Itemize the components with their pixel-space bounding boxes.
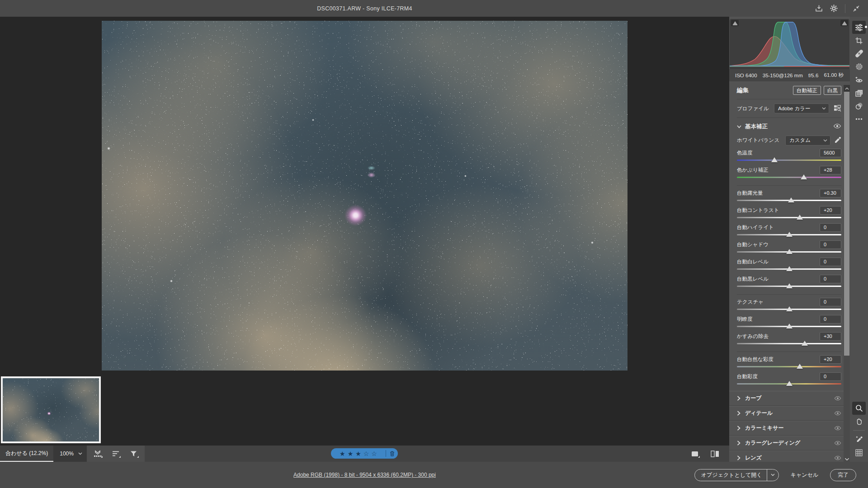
slider-value-input[interactable]: 0 xyxy=(820,372,841,381)
star-filled-icon[interactable]: ★ xyxy=(348,450,354,457)
panel-section[interactable]: カーブ xyxy=(729,391,850,406)
select-filmstrip-icon[interactable] xyxy=(93,450,102,458)
auto-adjust-button[interactable]: 自動補正 xyxy=(793,86,821,95)
filter-icon[interactable] xyxy=(129,450,138,458)
slider-track[interactable] xyxy=(737,231,841,237)
panel-scrollbar[interactable] xyxy=(844,85,850,462)
slider-thumb[interactable] xyxy=(786,283,793,288)
slider-thumb[interactable] xyxy=(797,215,803,220)
section-visibility-eye-icon[interactable] xyxy=(834,424,841,432)
highlight-clipping-toggle[interactable] xyxy=(840,20,848,26)
section-visibility-eye-icon[interactable] xyxy=(834,439,841,447)
done-button[interactable]: 完了 xyxy=(830,469,856,481)
grid-overlay-button[interactable] xyxy=(852,446,866,459)
slider-thumb[interactable] xyxy=(786,249,793,254)
slider-thumb[interactable] xyxy=(788,197,794,202)
healing-tool-button[interactable] xyxy=(852,47,866,60)
hand-tool-button[interactable] xyxy=(852,415,866,428)
slider-thumb[interactable] xyxy=(802,341,808,346)
open-options-chevron-icon[interactable] xyxy=(767,469,778,481)
white-balance-sampler-button[interactable] xyxy=(852,433,866,446)
profile-browser-icon[interactable] xyxy=(834,105,841,113)
versions-tool-button[interactable] xyxy=(852,99,866,113)
slider-track[interactable] xyxy=(737,363,841,369)
zoom-fit-button[interactable]: 合わせる (12.2%) xyxy=(0,446,53,462)
edit-tool-button[interactable] xyxy=(852,21,866,34)
slider-track[interactable] xyxy=(737,306,841,312)
slider-thumb[interactable] xyxy=(797,364,803,369)
slider-track[interactable] xyxy=(737,380,841,386)
slider-track[interactable] xyxy=(737,323,841,329)
slider-track[interactable] xyxy=(737,249,841,254)
slider-value-input[interactable]: 0 xyxy=(820,223,841,232)
settings-gear-icon[interactable] xyxy=(830,5,838,12)
basic-visibility-eye-icon[interactable] xyxy=(833,122,841,131)
zoom-level-select[interactable]: 100% xyxy=(53,446,87,462)
shadow-clipping-toggle[interactable] xyxy=(731,20,739,26)
panel-section[interactable]: カラーグレーディング xyxy=(729,436,850,450)
filmstrip-thumbnail[interactable] xyxy=(1,376,101,443)
slider-value-input[interactable]: 5600 xyxy=(820,149,841,157)
view-mode-icon[interactable] xyxy=(690,450,699,458)
sort-order-icon[interactable] xyxy=(111,450,120,458)
star-empty-icon[interactable]: ☆ xyxy=(363,450,369,457)
star-filled-icon[interactable]: ★ xyxy=(355,450,361,457)
slider-thumb[interactable] xyxy=(786,306,793,311)
scroll-up-icon[interactable] xyxy=(844,85,850,92)
star-empty-icon[interactable]: ☆ xyxy=(371,450,377,457)
crop-tool-button[interactable] xyxy=(852,34,866,47)
slider-thumb[interactable] xyxy=(801,174,807,179)
slider-value-input[interactable]: 0 xyxy=(820,258,841,266)
presets-tool-button[interactable] xyxy=(852,86,866,99)
white-balance-eyedropper-icon[interactable] xyxy=(834,136,841,145)
slider-value-input[interactable]: 0 xyxy=(820,275,841,283)
slider-value-input[interactable]: +28 xyxy=(820,166,841,174)
slider-value-input[interactable]: 0 xyxy=(820,240,841,249)
section-visibility-eye-icon[interactable] xyxy=(834,454,841,462)
scroll-down-icon[interactable] xyxy=(844,458,850,461)
panel-section[interactable]: レンズ xyxy=(729,450,850,462)
slider-thumb[interactable] xyxy=(786,381,793,386)
slider-value-input[interactable]: 0 xyxy=(820,298,841,306)
red-eye-tool-button[interactable] xyxy=(852,73,866,86)
chevron-down-icon[interactable] xyxy=(737,125,741,128)
slider-thumb[interactable] xyxy=(771,157,778,162)
collapse-window-icon[interactable] xyxy=(853,5,860,12)
slider-value-input[interactable]: +30 xyxy=(820,332,841,341)
slider-value-input[interactable]: +20 xyxy=(820,355,841,364)
white-balance-select[interactable]: カスタム xyxy=(785,136,830,145)
delete-button[interactable] xyxy=(386,450,398,457)
section-visibility-eye-icon[interactable] xyxy=(834,394,841,403)
before-after-view-icon[interactable] xyxy=(710,450,719,458)
more-options-button[interactable] xyxy=(852,113,866,126)
profile-select[interactable]: Adobe カラー xyxy=(774,103,829,113)
slider-value-input[interactable]: +0.30 xyxy=(820,189,841,197)
star-rating[interactable]: ★★★☆☆ xyxy=(331,450,386,457)
slider-thumb[interactable] xyxy=(786,232,793,237)
workflow-options-link[interactable]: Adobe RGB (1998) - 8 bit - 9504 x 6336 (… xyxy=(293,472,436,478)
slider-track[interactable] xyxy=(737,340,841,346)
cancel-button[interactable]: キャンセル xyxy=(791,471,818,479)
slider-thumb[interactable] xyxy=(786,324,793,328)
slider-thumb[interactable] xyxy=(786,266,793,271)
slider-track[interactable] xyxy=(737,174,841,180)
open-as-object-button[interactable]: オブジェクトとして開く xyxy=(694,469,779,481)
section-visibility-eye-icon[interactable] xyxy=(834,409,841,418)
panel-section[interactable]: カラーミキサー xyxy=(729,421,850,436)
slider-value-input[interactable]: 0 xyxy=(820,315,841,324)
masking-tool-button[interactable] xyxy=(852,60,866,73)
slider-track[interactable] xyxy=(737,283,841,289)
slider-track[interactable] xyxy=(737,214,841,220)
scrollbar-thumb[interactable] xyxy=(844,92,849,356)
star-filled-icon[interactable]: ★ xyxy=(340,450,345,457)
slider-track[interactable] xyxy=(737,266,841,272)
slider-value-input[interactable]: +20 xyxy=(820,206,841,215)
zoom-tool-button[interactable] xyxy=(852,402,866,415)
slider-track[interactable] xyxy=(737,197,841,203)
basic-section-title[interactable]: 基本補正 xyxy=(745,123,768,131)
black-white-button[interactable]: 白黒 xyxy=(824,86,841,95)
save-image-icon[interactable] xyxy=(815,5,823,12)
panel-section[interactable]: ディテール xyxy=(729,406,850,421)
section-title: ディテール xyxy=(745,409,773,417)
slider-track[interactable] xyxy=(737,157,841,163)
